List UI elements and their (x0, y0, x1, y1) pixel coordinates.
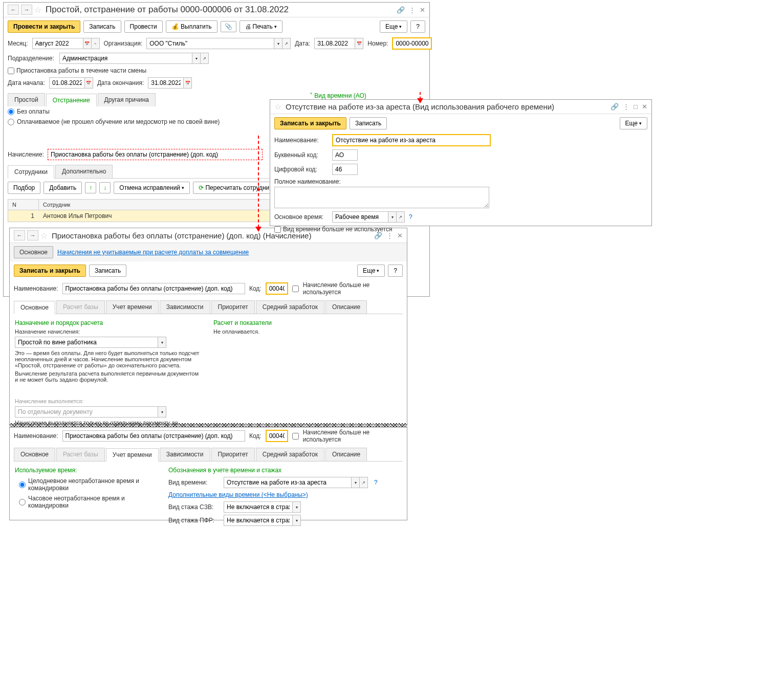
dept-dropdown-btn[interactable]: ▾ (192, 53, 201, 64)
close-icon[interactable]: ✕ (642, 103, 647, 111)
move-down-button[interactable]: ↓ (99, 182, 111, 193)
notused-checkbox[interactable] (292, 286, 299, 292)
notused-checkbox[interactable] (274, 226, 281, 233)
org-input[interactable] (146, 38, 274, 49)
name-input[interactable] (332, 134, 491, 146)
star-icon[interactable]: ☆ (274, 102, 281, 112)
purpose-dropdown-btn[interactable]: ▾ (158, 337, 166, 348)
notused-checkbox[interactable] (292, 433, 299, 440)
tab-deps[interactable]: Зависимости (160, 448, 210, 461)
pay-button[interactable]: 💰 Выплатить (166, 20, 217, 33)
main-open-btn[interactable]: ↗ (397, 211, 405, 223)
main-help[interactable]: ? (409, 213, 412, 221)
back-button[interactable]: ← (8, 5, 19, 15)
type-tab-other[interactable]: Другая причина (98, 93, 156, 106)
tab-desc[interactable]: Описание (325, 300, 367, 314)
month-input[interactable] (32, 38, 83, 49)
attach-button[interactable]: 📎 (221, 21, 236, 32)
daily-radio[interactable] (19, 481, 26, 488)
tab-main[interactable]: Основное (14, 301, 55, 314)
accrual-input[interactable] (48, 149, 263, 160)
maximize-icon[interactable]: □ (634, 103, 638, 111)
date-calendar-btn[interactable]: 📅 (355, 38, 363, 49)
help-button[interactable]: ? (410, 20, 425, 33)
tab-priority[interactable]: Приоритет (211, 300, 255, 314)
main-time-input[interactable] (332, 211, 388, 223)
code-input[interactable] (266, 282, 288, 295)
more-button[interactable]: Еще (620, 117, 647, 129)
tab-main[interactable]: Основное (14, 448, 55, 461)
start-date-input[interactable] (49, 77, 85, 89)
dept-open-btn[interactable]: ↗ (201, 53, 209, 64)
tt-help[interactable]: ? (374, 479, 378, 486)
save-close-button[interactable]: Записать и закрыть (274, 117, 346, 129)
tab-desc[interactable]: Описание (325, 448, 367, 461)
name-input[interactable] (62, 430, 245, 442)
nopay-radio[interactable] (8, 108, 14, 115)
start-calendar-btn[interactable]: 📅 (85, 77, 93, 89)
menu-icon[interactable]: ⋮ (623, 103, 629, 111)
tab-base[interactable]: Расчет базы (56, 448, 105, 461)
partial-shift-checkbox[interactable] (8, 68, 14, 74)
save-button[interactable]: Записать (83, 20, 121, 33)
tt-open-btn[interactable]: ↗ (360, 477, 368, 488)
more-button[interactable]: Еще (357, 265, 385, 277)
nav-link[interactable]: Начисления не учитываемые при расчете до… (57, 249, 249, 256)
link-icon[interactable]: 🔗 (611, 103, 619, 111)
month-calendar-btn[interactable]: 📅 (83, 38, 92, 49)
exec-input[interactable] (15, 406, 158, 418)
tab-time[interactable]: Учет времени (106, 300, 159, 314)
tab-time[interactable]: Учет времени (106, 448, 159, 462)
pfr-dropdown-btn[interactable]: ▾ (293, 515, 301, 526)
post-button[interactable]: Провести (124, 20, 163, 33)
save-button[interactable]: Записать (89, 265, 126, 277)
tab-avg[interactable]: Средний заработок (256, 300, 324, 314)
link-icon[interactable]: 🔗 (397, 6, 405, 14)
number-input[interactable] (392, 37, 432, 50)
name-input[interactable] (62, 283, 245, 294)
forward-button[interactable]: → (21, 5, 32, 15)
time-type-link[interactable]: ˅ Вид времени (АО) (310, 92, 427, 99)
tab-base[interactable]: Расчет базы (56, 300, 105, 314)
tt-dropdown-btn[interactable]: ▾ (352, 477, 360, 488)
nav-main[interactable]: Основное (14, 246, 53, 258)
dept-input[interactable] (59, 53, 192, 64)
letter-input[interactable] (332, 149, 358, 161)
add-types-link[interactable]: Дополнительные виды времени (<Не выбраны… (168, 491, 308, 498)
recalc-button[interactable]: ⟳ Пересчитать сотрудника (193, 182, 281, 194)
post-close-button[interactable]: Провести и закрыть (8, 20, 80, 33)
more-button[interactable]: Еще (380, 20, 407, 33)
exec-dropdown-btn[interactable]: ▾ (158, 406, 166, 418)
move-up-button[interactable]: ↑ (85, 182, 96, 193)
type-tab-suspension[interactable]: Отстранение (46, 94, 97, 107)
main-dropdown-btn[interactable]: ▾ (388, 211, 397, 223)
employees-tab[interactable]: Сотрудники (8, 165, 54, 179)
end-calendar-btn[interactable]: 📅 (184, 77, 192, 89)
code-input[interactable] (266, 430, 288, 442)
save-button[interactable]: Записать (350, 117, 387, 129)
purpose-input[interactable] (15, 337, 158, 348)
print-button[interactable]: 🖨 Печать (239, 20, 282, 33)
additional-tab[interactable]: Дополнительно (55, 165, 113, 178)
star-icon[interactable]: ☆ (40, 231, 48, 240)
close-icon[interactable]: ✕ (420, 6, 425, 14)
type-tab-simple[interactable]: Простой (8, 93, 45, 106)
pfr-input[interactable] (224, 515, 293, 526)
save-close-button[interactable]: Записать и закрыть (14, 265, 86, 277)
help-button[interactable]: ? (388, 265, 403, 277)
org-open-btn[interactable]: ↗ (282, 38, 291, 49)
pick-button[interactable]: Подбор (8, 182, 40, 194)
end-date-input[interactable] (148, 77, 184, 89)
menu-icon[interactable]: ⋮ (409, 6, 416, 14)
back-button[interactable]: ← (14, 230, 25, 240)
star-icon[interactable]: ☆ (34, 5, 41, 15)
digit-input[interactable] (332, 164, 358, 175)
szv-input[interactable] (224, 501, 293, 513)
paid-radio[interactable] (8, 119, 14, 125)
add-button[interactable]: Добавить (43, 182, 82, 194)
hourly-radio[interactable] (19, 499, 26, 506)
tab-deps[interactable]: Зависимости (160, 300, 210, 314)
undo-button[interactable]: Отмена исправлений (114, 182, 190, 194)
tab-avg[interactable]: Средний заработок (256, 448, 324, 461)
tab-priority[interactable]: Приоритет (211, 448, 255, 461)
